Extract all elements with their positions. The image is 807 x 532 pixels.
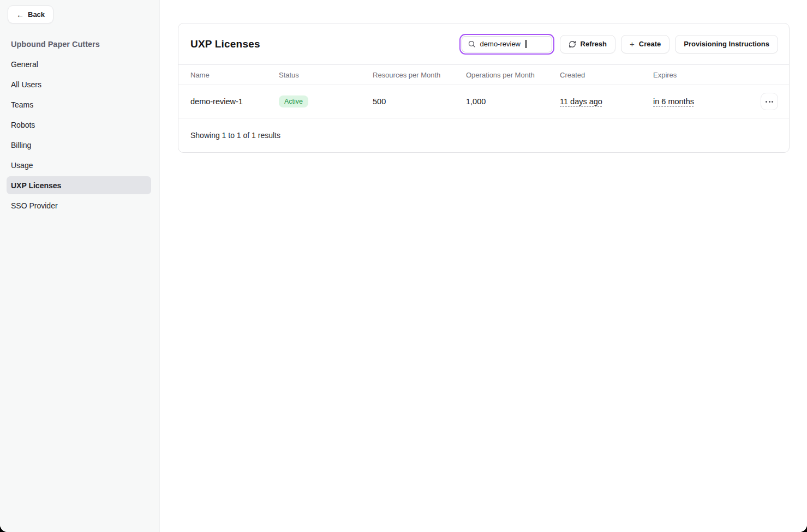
sidebar-item-usage[interactable]: Usage [7, 155, 151, 175]
search-input-value: demo-review [480, 40, 521, 48]
create-button-label: Create [639, 40, 661, 48]
status-badge: Active [279, 95, 308, 107]
refresh-button[interactable]: Refresh [560, 35, 615, 53]
status-cell: Active [279, 95, 373, 107]
table-row: demo-review-1 Active 500 1,000 11 days a… [178, 85, 789, 118]
ellipsis-icon [766, 101, 767, 103]
expires-value[interactable]: in 6 months [653, 97, 694, 106]
sidebar-item-general[interactable]: General [7, 54, 151, 74]
page-title: UXP Licenses [190, 38, 260, 50]
uxp-licenses-card: UXP Licenses demo-review [178, 23, 790, 153]
column-header-name: Name [190, 71, 279, 79]
license-name: demo-review-1 [190, 97, 279, 106]
toolbar: demo-review Refresh [459, 34, 778, 55]
search-focus-ring: demo-review [459, 34, 554, 55]
column-header-expires: Expires [653, 71, 746, 79]
app-window: ← Back Upbound Paper Cutters General All… [0, 0, 807, 532]
row-actions-button[interactable] [761, 93, 778, 110]
arrow-left-icon: ← [16, 10, 24, 19]
back-button[interactable]: ← Back [8, 5, 53, 23]
sidebar-item-billing[interactable]: Billing [7, 135, 151, 155]
sidebar-item-sso-provider[interactable]: SSO Provider [7, 195, 151, 216]
table-footer: Showing 1 to 1 of 1 results [178, 118, 789, 152]
created-cell: 11 days ago [560, 97, 653, 106]
create-button[interactable]: + Create [621, 35, 669, 53]
resources-per-month-value: 500 [373, 97, 466, 106]
expires-cell: in 6 months [653, 97, 746, 106]
column-header-resources: Resources per Month [373, 71, 466, 79]
refresh-icon [569, 40, 576, 48]
column-header-created: Created [560, 71, 653, 79]
search-input[interactable]: demo-review [462, 36, 552, 52]
back-button-label: Back [28, 10, 45, 19]
org-name: Upbound Paper Cutters [0, 34, 159, 54]
column-header-operations: Operations per Month [466, 71, 560, 79]
sidebar-item-teams[interactable]: Teams [7, 94, 151, 115]
card-header: UXP Licenses demo-review [178, 23, 789, 65]
settings-sidebar: ← Back Upbound Paper Cutters General All… [0, 0, 160, 532]
created-value[interactable]: 11 days ago [560, 97, 602, 106]
provisioning-instructions-label: Provisioning Instructions [684, 40, 769, 48]
sidebar-item-robots[interactable]: Robots [7, 115, 151, 135]
column-header-status: Status [279, 71, 373, 79]
results-summary: Showing 1 to 1 of 1 results [190, 131, 280, 140]
main-content: UXP Licenses demo-review [160, 0, 807, 532]
sidebar-nav: General All Users Teams Robots Billing U… [0, 54, 159, 216]
operations-per-month-value: 1,000 [466, 97, 560, 106]
search-icon [468, 40, 476, 48]
provisioning-instructions-button[interactable]: Provisioning Instructions [675, 35, 778, 53]
sidebar-item-uxp-licenses[interactable]: UXP Licenses [7, 176, 151, 194]
table-header: Name Status Resources per Month Operatio… [178, 65, 789, 85]
text-cursor [525, 40, 527, 48]
refresh-button-label: Refresh [581, 40, 607, 48]
sidebar-item-all-users[interactable]: All Users [7, 74, 151, 94]
plus-icon: + [630, 40, 635, 48]
